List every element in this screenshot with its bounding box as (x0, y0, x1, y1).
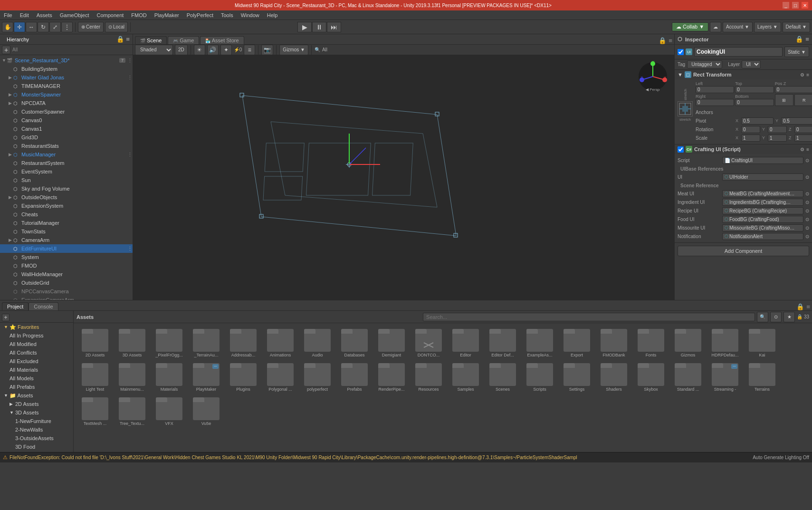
scene-tab-scene[interactable]: 🎬 Scene (135, 36, 167, 44)
menu-window[interactable]: Window (237, 10, 263, 19)
folder-terrainAu[interactable]: _TerrainAu... (189, 327, 224, 359)
fav-all-conflicts[interactable]: All Conflicts (0, 348, 73, 357)
rot-y-input[interactable] (768, 126, 787, 133)
rt-grid-btn[interactable]: ⊞ (775, 94, 794, 106)
inspector-lock-icon[interactable]: 🔒 (795, 36, 803, 43)
rect-transform-header[interactable]: ▼ ⬚ Rect Transform ⚙ ≡ (675, 70, 812, 79)
hi-WaiterGladJonas[interactable]: ▶⬡Waiter Glad Jonas⋮ (0, 73, 133, 82)
folder-materials[interactable]: Materials (152, 361, 187, 394)
folder-textmesh[interactable]: TextMesh ... (77, 395, 113, 428)
layer-dropdown[interactable]: UI (742, 60, 761, 68)
bottom-input[interactable] (735, 99, 774, 106)
hi-SkyAndFogVolume[interactable]: ⬡Sky and Fog Volume (0, 184, 133, 193)
menu-fmod[interactable]: FMOD (127, 10, 150, 19)
search-icon-btn[interactable]: 🔍 (757, 312, 768, 322)
sb-2d-assets[interactable]: ▶2D Assets (0, 400, 73, 408)
hi-ExpansionSystem[interactable]: ⬡ExpansionSystem (0, 202, 133, 210)
folder-standard[interactable]: Standard ... (670, 361, 706, 394)
hand-tool[interactable]: ✋ (2, 22, 13, 32)
folder-prefabs[interactable]: Prefabs (337, 361, 372, 394)
bottom-lock-icon[interactable]: 🔒 (796, 303, 804, 310)
hi-BuildingSystem[interactable]: ⬡BuildingSystem (0, 65, 133, 73)
hi-MonsterSpawner[interactable]: ▶⬡MonsterSpawner (0, 90, 133, 99)
folder-plugins[interactable]: Plugins (226, 361, 261, 394)
menu-gameobject[interactable]: GameObject (56, 10, 93, 19)
effects-btn[interactable]: ✦ (220, 45, 232, 55)
folder-animations[interactable]: Animations (263, 327, 298, 359)
2d-button[interactable]: 2D (175, 45, 188, 55)
food-open-icon[interactable]: ⊙ (805, 217, 809, 222)
stats-btn[interactable]: ≡ (244, 45, 255, 55)
folder-kai[interactable]: Kai (745, 327, 780, 359)
folder-demigiant[interactable]: Demigiant (374, 327, 409, 359)
hi-EditFurnitureUI[interactable]: ⬡EditFurnitureUI⋮ (0, 244, 133, 253)
posz-input[interactable] (775, 86, 812, 93)
right-input[interactable] (696, 99, 734, 106)
minimize-button[interactable]: _ (783, 2, 789, 9)
rt-menu-icon[interactable]: ≡ (806, 72, 809, 77)
folder-addressab[interactable]: Addressab... (226, 327, 261, 359)
hi-OutsideGrid[interactable]: ⬡OutsideGrid (0, 279, 133, 287)
hi-NPCDATA[interactable]: ▶⬡NPCDATA (0, 99, 133, 107)
crafting-settings-icon[interactable]: ⚙ (800, 147, 804, 152)
folder-mainmenu[interactable]: Mainmenu... (115, 361, 150, 394)
scene-gizmo[interactable]: Y X Z ◀ Persp (636, 60, 669, 93)
fav-all-in-progress[interactable]: All In Progress (0, 331, 73, 340)
add-component-button[interactable]: Add Component (678, 246, 809, 256)
hi-CustomerSpawner[interactable]: ⬡CustomerSpawner (0, 107, 133, 116)
hi-System[interactable]: ⬡System (0, 253, 133, 261)
folder-playmaker[interactable]: ⋯ PlayMaker (189, 361, 224, 394)
rotate-tool[interactable]: ↔ (26, 22, 37, 32)
menu-component[interactable]: Component (93, 10, 127, 19)
crafting-menu-icon[interactable]: ≡ (806, 147, 809, 152)
ui-open-icon[interactable]: ⊙ (805, 174, 809, 180)
ingredient-open-icon[interactable]: ⊙ (805, 200, 809, 205)
hi-Grid3D[interactable]: ⬡Grid3D (0, 133, 133, 142)
folder-terrains[interactable]: Terrains (745, 361, 780, 394)
transform-tool[interactable]: ⋮ (61, 22, 73, 32)
folder-skybox[interactable]: Skybox (633, 361, 669, 394)
folder-gizmos[interactable]: Gizmos (670, 327, 706, 359)
maximize-button[interactable]: □ (792, 2, 799, 9)
hi-TIMEMANAGER[interactable]: ⬡TIMEMANAGER (0, 82, 133, 90)
collab-button[interactable]: ☁ Collab ▼ (672, 22, 708, 31)
step-button[interactable]: ⏭ (327, 22, 341, 32)
folder-polygonal[interactable]: Polygonal ... (263, 361, 298, 394)
hi-NPCCanvasCamera[interactable]: ⬡NPCCanvasCamera (0, 287, 133, 296)
folder-scripts[interactable]: Scripts (522, 361, 557, 394)
hi-RestaurantSystem[interactable]: ⬡RestaurantSystem (0, 159, 133, 167)
project-tab[interactable]: Project (2, 302, 29, 310)
scale-tool[interactable]: ↻ (38, 22, 49, 32)
folder-2d-assets[interactable]: 2D Assets (77, 327, 113, 359)
hi-ExpansionCameraArm[interactable]: ⬡ExpansionCameraArm (0, 296, 133, 300)
layout-button[interactable]: Default ▼ (783, 22, 810, 32)
pause-button[interactable]: ⏸ (312, 22, 326, 32)
folder-light-test[interactable]: Light Test (77, 361, 113, 394)
menu-edit[interactable]: Edit (16, 10, 33, 19)
folder-export[interactable]: Export (559, 327, 594, 359)
hi-WallHideManager[interactable]: ⬡WallHideManager (0, 270, 133, 279)
add-project-btn[interactable]: + (2, 314, 10, 321)
fav-all-models[interactable]: All Models (0, 374, 73, 383)
hi-FMOD[interactable]: ⬡FMOD (0, 261, 133, 270)
folder-settings[interactable]: Settings (559, 361, 594, 394)
hi-TownStats[interactable]: ⬡TownStats (0, 227, 133, 236)
menu-tools[interactable]: Tools (217, 10, 237, 19)
lighting-btn[interactable]: ☀ (194, 45, 205, 55)
scene-tab-assetstore[interactable]: 🏪 Asset Store (200, 36, 244, 44)
sb-2-newwalls[interactable]: 2-NewWalls (0, 425, 73, 434)
crafting-active-checkbox[interactable] (678, 146, 684, 153)
pivot-y-input[interactable] (781, 117, 812, 125)
cloud-button[interactable]: ☁ (710, 22, 721, 32)
hi-Canvas1[interactable]: ⬡Canvas1 (0, 125, 133, 133)
inspector-menu-icon[interactable]: ≡ (805, 36, 809, 43)
play-button[interactable]: ▶ (297, 22, 312, 32)
menu-help[interactable]: Help (263, 10, 282, 19)
folder-vu5e[interactable]: Vu5e (189, 395, 224, 428)
folder-audio[interactable]: Audio (300, 327, 335, 359)
hi-MusicManager[interactable]: ▶⬡MusicManager⋮ (0, 150, 133, 159)
folder-editor-def[interactable]: Editor Def... (485, 327, 520, 359)
hi-Cheats[interactable]: ⬡Cheats (0, 210, 133, 219)
folder-scenes[interactable]: Scenes (485, 361, 520, 394)
folder-3d-assets[interactable]: 3D Assets (115, 327, 150, 359)
